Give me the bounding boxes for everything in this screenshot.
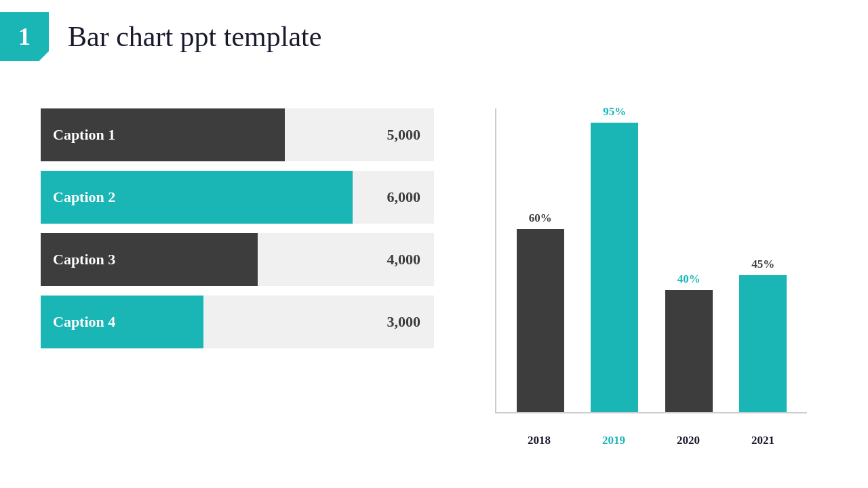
- x-label-2018: 2018: [509, 430, 570, 447]
- x-axis-labels: 2018 2019 2020 2021: [495, 430, 807, 447]
- bar-row-3: Caption 3 4,000: [41, 233, 434, 286]
- header: 1 Bar chart ppt template: [0, 0, 868, 61]
- horizontal-bar-chart: Caption 1 5,000 Caption 2 6,000 Caption …: [41, 81, 434, 447]
- bar-value-3: 4,000: [258, 233, 434, 286]
- vert-bar-2019: [591, 123, 638, 412]
- vert-bar-2020: [665, 290, 713, 412]
- bar-row-1: Caption 1 5,000: [41, 108, 434, 161]
- bar-group-2021: 45%: [733, 258, 794, 412]
- chart-area: 60% 95% 40% 45%: [495, 108, 807, 413]
- pct-label-2019: 95%: [603, 105, 626, 119]
- x-label-2020: 2020: [658, 430, 719, 447]
- x-label-2019: 2019: [583, 430, 644, 447]
- pct-label-2021: 45%: [751, 258, 774, 271]
- bar-label-4: Caption 4: [41, 296, 203, 348]
- main-content: Caption 1 5,000 Caption 2 6,000 Caption …: [0, 68, 868, 461]
- bar-row-4: Caption 4 3,000: [41, 296, 434, 348]
- pct-label-2020: 40%: [677, 272, 701, 286]
- bar-label-1: Caption 1: [41, 108, 285, 161]
- chart-container: 60% 95% 40% 45%: [481, 88, 807, 447]
- bar-value-2: 6,000: [353, 171, 434, 224]
- badge-number: 1: [18, 22, 31, 51]
- vertical-bar-chart: 60% 95% 40% 45%: [461, 81, 827, 447]
- bar-label-3: Caption 3: [41, 233, 258, 286]
- page-title: Bar chart ppt template: [68, 20, 321, 53]
- bar-group-2020: 40%: [658, 272, 719, 412]
- bar-row-2: Caption 2 6,000: [41, 171, 434, 224]
- vert-bar-2021: [739, 275, 787, 412]
- bar-group-2018: 60%: [510, 211, 571, 412]
- x-label-2021: 2021: [732, 430, 793, 447]
- pct-label-2018: 60%: [529, 211, 552, 225]
- vert-bar-2018: [517, 229, 564, 412]
- bar-group-2019: 95%: [585, 105, 646, 412]
- bar-value-1: 5,000: [285, 108, 434, 161]
- bar-value-4: 3,000: [203, 296, 434, 348]
- bar-label-2: Caption 2: [41, 171, 353, 224]
- number-badge: 1: [0, 12, 49, 61]
